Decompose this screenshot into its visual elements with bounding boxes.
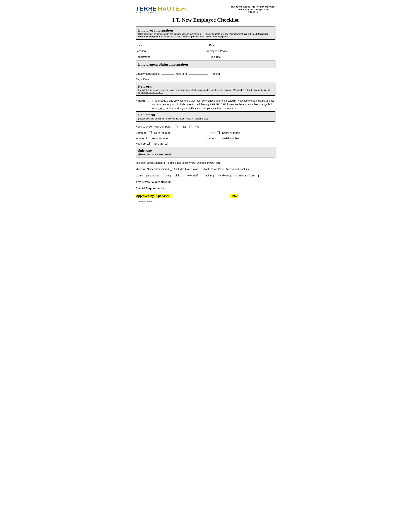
transfer-label: Transfer <box>210 72 220 75</box>
linko-label: LinkO <box>175 173 182 178</box>
new-hire-label: New Hire <box>176 72 187 75</box>
key-fob-checkbox[interactable] <box>147 142 149 144</box>
contact-office: Information Technology Office <box>231 8 275 11</box>
employee-info-fields: Name: Date: Location: Employee's Phone: … <box>136 43 275 58</box>
pda-serial-field[interactable] <box>242 131 270 134</box>
id-card-label: ID Card <box>154 142 164 145</box>
ms-office-pro-checkbox[interactable] <box>170 168 172 171</box>
computer-label: Computer <box>136 131 148 134</box>
track-it-checkbox[interactable] <box>214 175 216 177</box>
special-req-label: Special Requirements: <box>136 186 165 190</box>
fundware-label: Fundware <box>218 173 229 178</box>
employment-status-field1[interactable] <box>161 71 174 75</box>
gis-label: GIS <box>165 173 169 178</box>
network-subtitle: (Each full-time employee will be issued … <box>138 89 273 94</box>
monitor-serial-label: Serial Number: <box>151 137 169 140</box>
ms-office-std-includes: (includes Excel, Word, Outlook, PowerPoi… <box>170 161 221 165</box>
version-text: IT/Version 2/3/2017 <box>136 200 275 203</box>
approved-date-label: Date: <box>230 194 238 198</box>
logo-area: TERRE HAUTE A LEVEL ABOVE <box>136 5 187 14</box>
network-title: Network <box>138 84 273 88</box>
job-title-field[interactable] <box>227 55 275 58</box>
software-subtitle: (Please check all software needed.) <box>138 153 273 156</box>
software-body: Microsoft Office Standard (includes Exce… <box>136 161 275 190</box>
software-section: Software (Please check all software need… <box>136 147 275 157</box>
logo-terre: TERRE <box>136 5 157 12</box>
approved-label: Approved by Supervisor: <box>136 194 171 198</box>
equipment-title: Equipment <box>138 113 273 117</box>
monitor-label: Monitor <box>136 137 145 140</box>
no-label: NO <box>195 125 199 128</box>
name-label: Name: <box>136 44 152 47</box>
pd-records-cad-label: PD Records/CAD <box>235 173 255 178</box>
pda-serial-label: Serial Number: <box>222 131 240 134</box>
ms-office-pro-label: Microsoft Office Professional <box>136 167 169 171</box>
employment-status-field2[interactable] <box>188 71 208 75</box>
network-label: Network <box>136 99 146 103</box>
pd-records-cad-checkbox[interactable] <box>256 175 259 177</box>
name-field[interactable] <box>155 43 202 46</box>
pda-checkbox[interactable] <box>217 131 220 134</box>
special-req-field[interactable] <box>166 186 275 189</box>
date-field[interactable] <box>229 43 275 46</box>
equipment-body: Need to Order New Computer: YES NO Compu… <box>136 125 275 145</box>
laptop-serial-field[interactable] <box>242 136 270 139</box>
id-card-checkbox[interactable] <box>165 142 168 144</box>
network-checkbox[interactable] <box>148 99 150 102</box>
approved-field[interactable] <box>173 194 228 197</box>
network-body: Network IT will set up a one-time passwo… <box>136 99 275 110</box>
no-checkbox[interactable] <box>189 125 192 128</box>
key-fob-label: Key Fob <box>136 142 146 145</box>
department-field[interactable] <box>155 55 204 58</box>
drives-field[interactable] <box>173 180 219 183</box>
approved-row: Approved by Supervisor: Date: <box>136 194 275 198</box>
begin-date-field[interactable] <box>151 77 180 80</box>
employee-info-subtitle: (This form must be completed by the Supe… <box>138 33 273 38</box>
date-label: Date: <box>209 44 225 47</box>
software-items-row: CUBS Data Med GIS LinkO Tele Staff Track… <box>136 173 275 178</box>
cubs-label: CUBS <box>136 173 143 178</box>
drives-label: Any Drives/Folders Needed: <box>136 180 172 184</box>
employment-status-title: Employment Status Information <box>138 62 273 66</box>
monitor-checkbox[interactable] <box>147 137 149 139</box>
contact-info: Questions About This Form Please Call: I… <box>231 5 275 13</box>
yes-label: YES <box>181 125 187 128</box>
employee-info-section: Employee Information (This form must be … <box>136 27 275 40</box>
location-label: Location: <box>136 49 152 52</box>
ms-office-pro-includes: (includes Excel, Word, Outlook, PowerPoi… <box>174 167 252 171</box>
gis-checkbox[interactable] <box>170 175 173 177</box>
tele-staff-checkbox[interactable] <box>199 175 201 177</box>
ms-office-std-label: Microsoft Office Standard <box>136 161 165 165</box>
laptop-checkbox[interactable] <box>217 137 219 139</box>
data-med-checkbox[interactable] <box>161 175 163 177</box>
employees-phone-field[interactable] <box>233 49 275 52</box>
laptop-serial-label: Serial Number: <box>222 137 240 140</box>
logo-haute: HAUTE <box>158 5 179 12</box>
page-header: TERRE HAUTE A LEVEL ABOVE Questions Abou… <box>136 5 275 14</box>
location-field[interactable] <box>155 49 198 52</box>
employment-status-fields: Employment Status: New Hire Transfer Beg… <box>136 71 275 81</box>
equipment-subtitle: (Please check all equipment employee has… <box>138 117 273 120</box>
logo-arc-icon <box>180 6 187 11</box>
employment-status-label: Employment Status: <box>136 72 160 75</box>
data-med-label: Data Med <box>148 173 159 178</box>
linko-checkbox[interactable] <box>183 175 185 177</box>
begin-date-label: Begin Date: <box>136 78 150 81</box>
track-it-label: Track IT <box>203 173 213 178</box>
approved-date-field[interactable] <box>240 194 274 197</box>
logo-container: TERRE HAUTE A LEVEL ABOVE <box>136 5 187 14</box>
yes-checkbox[interactable] <box>175 125 177 128</box>
laptop-label: Laptop <box>207 137 215 140</box>
employees-phone-label: Employee's Phone: <box>206 49 229 52</box>
ms-office-std-checkbox[interactable] <box>166 162 168 164</box>
employee-info-title: Employee Information <box>138 28 273 32</box>
job-title-label: Job Title: <box>211 55 224 58</box>
cubs-checkbox[interactable] <box>144 175 147 177</box>
computer-checkbox[interactable] <box>149 131 152 134</box>
monitor-serial-field[interactable] <box>171 136 202 139</box>
pda-label: PDA <box>210 131 215 134</box>
fundware-checkbox[interactable] <box>231 175 233 177</box>
contact-title: Questions About This Form Please Call: <box>231 5 275 8</box>
employment-status-section: Employment Status Information <box>136 61 275 68</box>
computer-serial-field[interactable] <box>174 131 204 134</box>
